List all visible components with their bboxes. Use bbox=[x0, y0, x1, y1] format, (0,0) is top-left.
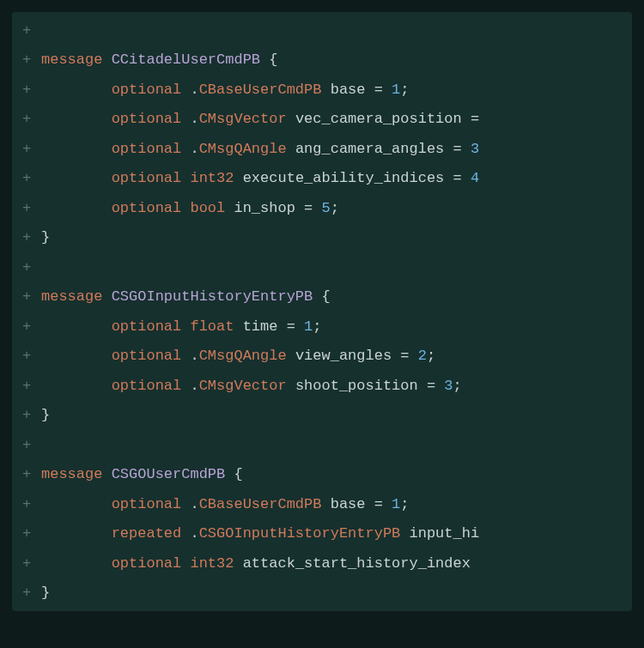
token-brace: { bbox=[269, 51, 277, 68]
token-brace: } bbox=[41, 407, 50, 423]
token-eq: = bbox=[304, 200, 321, 216]
token-eq: = bbox=[400, 348, 417, 364]
token-dot: . bbox=[190, 82, 198, 98]
token-punct: ; bbox=[453, 378, 462, 394]
token-field-name: execute_ability_indices bbox=[243, 170, 453, 186]
token-type-user: CBaseUserCmdPB bbox=[199, 496, 331, 512]
code-line: + optional .CMsgQAngle view_angles = 2; bbox=[12, 342, 632, 372]
code-line: + optional float time = 1; bbox=[12, 312, 632, 342]
token-kw-message: message bbox=[41, 51, 112, 68]
line-content: optional .CMsgVector shoot_position = 3; bbox=[41, 375, 622, 397]
code-line: + optional .CMsgQAngle ang_camera_angles… bbox=[12, 134, 632, 164]
token-field-name: attack_start_history_index bbox=[243, 555, 471, 572]
code-line: + optional .CBaseUserCmdPB base = 1; bbox=[12, 489, 632, 519]
token-type-prim: int32 bbox=[190, 170, 242, 186]
token-num: 4 bbox=[471, 170, 479, 186]
token-dot: . bbox=[190, 111, 198, 127]
token-field-name: time bbox=[243, 318, 287, 335]
line-content: } bbox=[41, 404, 622, 427]
code-line: +message CSGOInputHistoryEntryPB { bbox=[12, 282, 632, 312]
token-num: 1 bbox=[392, 496, 400, 512]
token-num: 1 bbox=[392, 82, 400, 98]
token-kw-optional: optional bbox=[112, 555, 191, 572]
token-eq: = bbox=[374, 496, 392, 512]
token-type-user: CMsgVector bbox=[199, 111, 295, 127]
token-brace: } bbox=[41, 229, 50, 245]
token-type-prim: bool bbox=[190, 200, 234, 216]
diff-marker: + bbox=[22, 227, 41, 249]
token-type-user: CMsgQAngle bbox=[199, 348, 295, 364]
token-punct: ; bbox=[427, 348, 435, 364]
diff-marker: + bbox=[22, 553, 41, 575]
code-line: +message CCitadelUserCmdPB { bbox=[12, 45, 632, 76]
code-line: + optional bool in_shop = 5; bbox=[12, 193, 632, 223]
token-field-name: shoot_position bbox=[295, 378, 427, 394]
line-content: optional int32 execute_ability_indices =… bbox=[41, 167, 622, 190]
token-dot: . bbox=[190, 496, 198, 512]
code-line: + bbox=[12, 430, 632, 460]
token-kw-optional: optional bbox=[112, 378, 191, 394]
diff-marker: + bbox=[22, 463, 41, 486]
code-line: +} bbox=[12, 578, 632, 609]
diff-marker: + bbox=[22, 108, 41, 130]
line-content: optional int32 attack_start_history_inde… bbox=[41, 553, 622, 575]
token-punct: ; bbox=[331, 200, 339, 216]
diff-marker: + bbox=[22, 257, 41, 279]
line-content: } bbox=[41, 582, 622, 604]
token-kw-optional: optional bbox=[112, 318, 191, 335]
diff-marker: + bbox=[22, 316, 41, 338]
token-num: 1 bbox=[304, 318, 313, 335]
diff-marker: + bbox=[22, 197, 41, 220]
code-line: +} bbox=[12, 401, 632, 431]
token-brace: { bbox=[321, 288, 330, 305]
token-type-user: CMsgQAngle bbox=[199, 141, 295, 157]
diff-code-block: ++message CCitadelUserCmdPB {+ optional … bbox=[12, 12, 632, 611]
line-content: optional .CBaseUserCmdPB base = 1; bbox=[41, 79, 622, 101]
code-line: + bbox=[12, 15, 632, 45]
line-content: optional .CMsgQAngle view_angles = 2; bbox=[41, 345, 622, 367]
token-num: 2 bbox=[418, 348, 427, 364]
token-field-name: in_shop bbox=[234, 200, 304, 216]
code-line: + optional int32 attack_start_history_in… bbox=[12, 548, 632, 578]
token-kw-optional: optional bbox=[112, 82, 191, 98]
line-content: message CCitadelUserCmdPB { bbox=[41, 49, 622, 71]
line-content: optional .CMsgQAngle ang_camera_angles =… bbox=[41, 138, 622, 160]
diff-marker: + bbox=[22, 404, 41, 427]
token-field-name: ang_camera_angles bbox=[295, 141, 453, 157]
token-type-user: CSGOInputHistoryEntryPB bbox=[199, 525, 410, 542]
code-line: + optional .CMsgVector vec_camera_positi… bbox=[12, 105, 632, 135]
diff-marker: + bbox=[22, 582, 41, 604]
code-line: + repeated .CSGOInputHistoryEntryPB inpu… bbox=[12, 519, 632, 549]
token-eq: = bbox=[374, 82, 392, 98]
token-msg-name: CCitadelUserCmdPB bbox=[112, 51, 270, 68]
diff-marker: + bbox=[22, 286, 41, 308]
token-dot: . bbox=[190, 525, 198, 542]
token-type-prim: float bbox=[190, 318, 242, 335]
token-field-name: base bbox=[331, 496, 374, 512]
token-kw-optional: optional bbox=[112, 496, 191, 512]
token-kw-message: message bbox=[41, 466, 112, 482]
line-content: repeated .CSGOInputHistoryEntryPB input_… bbox=[41, 523, 622, 545]
token-kw-message: message bbox=[41, 288, 112, 305]
token-eq: = bbox=[453, 170, 471, 186]
line-content: message CSGOInputHistoryEntryPB { bbox=[41, 286, 622, 308]
token-brace: } bbox=[41, 584, 50, 601]
diff-marker: + bbox=[22, 49, 41, 71]
token-eq: = bbox=[427, 378, 444, 394]
diff-marker: + bbox=[22, 79, 41, 101]
token-dot: . bbox=[190, 378, 198, 394]
line-content: optional .CBaseUserCmdPB base = 1; bbox=[41, 494, 622, 516]
token-field-name: view_angles bbox=[295, 348, 400, 364]
token-dot: . bbox=[190, 141, 198, 157]
token-type-prim: int32 bbox=[190, 555, 242, 572]
diff-marker: + bbox=[22, 434, 41, 457]
token-num: 3 bbox=[444, 378, 453, 394]
token-field-name: input_hi bbox=[410, 525, 480, 542]
code-line: + bbox=[12, 252, 632, 282]
token-eq: = bbox=[453, 141, 471, 157]
token-kw-optional: optional bbox=[112, 200, 191, 216]
token-kw-repeated: repeated bbox=[112, 525, 191, 542]
diff-marker: + bbox=[22, 375, 41, 397]
token-kw-optional: optional bbox=[112, 111, 191, 127]
diff-marker: + bbox=[22, 345, 41, 367]
